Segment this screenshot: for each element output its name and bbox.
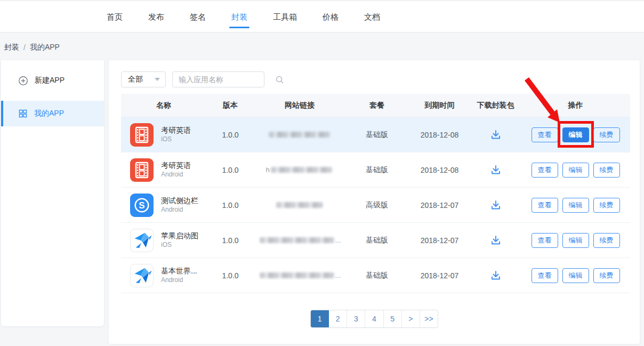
app-version: 1.0.0 bbox=[206, 131, 254, 139]
category-dropdown-value: 全部 bbox=[128, 75, 143, 84]
url-visible-suffix: ... bbox=[335, 271, 341, 279]
actions-cell: 查看编辑续费 bbox=[521, 127, 630, 142]
search-input[interactable] bbox=[179, 75, 275, 84]
sidebar-item-new-app[interactable]: 新建APP bbox=[1, 68, 104, 93]
download-cell bbox=[470, 199, 521, 212]
nav-item-0[interactable]: 首页 bbox=[107, 2, 123, 31]
category-dropdown[interactable]: 全部 bbox=[121, 71, 166, 87]
nav-item-6[interactable]: 文档 bbox=[364, 2, 380, 31]
action-button[interactable]: 续费 bbox=[593, 233, 620, 248]
action-button[interactable]: 续费 bbox=[593, 127, 620, 142]
download-icon[interactable] bbox=[489, 269, 502, 282]
app-name-cell: S 苹果启动图 iOS bbox=[121, 229, 206, 252]
download-icon[interactable] bbox=[489, 164, 502, 176]
column-header-5: 下载封装包 bbox=[470, 101, 521, 110]
action-button[interactable]: 查看 bbox=[532, 163, 558, 178]
app-name: 测试侧边栏 bbox=[161, 196, 198, 206]
app-version: 1.0.0 bbox=[206, 201, 254, 210]
table-body: S 考研英语 iOS 1.0.0 基础版 2018-12-08 bbox=[121, 117, 630, 293]
action-button[interactable]: 编辑 bbox=[562, 163, 589, 178]
app-name: 考研英语 bbox=[161, 126, 191, 135]
pagination-item-0[interactable]: 1 bbox=[311, 310, 329, 327]
download-cell bbox=[470, 234, 521, 247]
nav-item-5[interactable]: 价格 bbox=[323, 2, 339, 31]
app-plan: 基础版 bbox=[345, 130, 409, 140]
url-blur-bar bbox=[269, 132, 331, 138]
app-platform: iOS bbox=[161, 241, 198, 249]
toolbar: 全部 bbox=[121, 71, 640, 87]
table-row: S 测试侧边栏 Android 1.0.0 高级版 2018-12 bbox=[121, 188, 630, 223]
expire-date: 2018-12-08 bbox=[409, 166, 470, 174]
url-blur-bar bbox=[271, 167, 333, 173]
app-url-redacted: ... bbox=[254, 271, 345, 279]
app-name-cell: S 测试侧边栏 Android bbox=[121, 194, 206, 217]
app-platform: Android bbox=[161, 276, 197, 284]
expire-date: 2018-12-07 bbox=[409, 236, 470, 245]
breadcrumb: 封装 / 我的APP bbox=[4, 43, 60, 52]
sidebar-item-label: 我的APP bbox=[34, 109, 64, 118]
action-button[interactable]: 查看 bbox=[532, 233, 558, 248]
app-platform: Android bbox=[161, 171, 191, 179]
action-button[interactable]: 续费 bbox=[593, 163, 620, 178]
pagination-item-4[interactable]: 5 bbox=[384, 310, 402, 327]
app-plan: 高级版 bbox=[345, 200, 409, 210]
download-icon[interactable] bbox=[489, 234, 502, 247]
pagination-item-2[interactable]: 3 bbox=[347, 310, 365, 327]
pagination-item-1[interactable]: 2 bbox=[329, 310, 347, 327]
app-icon: S bbox=[130, 123, 154, 147]
plus-circle-icon bbox=[18, 76, 28, 86]
download-icon[interactable] bbox=[489, 199, 502, 212]
app-name: 考研英语 bbox=[161, 161, 191, 171]
action-button[interactable]: 查看 bbox=[532, 268, 558, 283]
breadcrumb-section[interactable]: 封装 bbox=[4, 43, 19, 52]
nav-item-1[interactable]: 发布 bbox=[148, 2, 164, 31]
chevron-down-icon bbox=[155, 78, 160, 81]
main-panel: 全部 名称版本网站链接套餐到期时间下载封装包操作 bbox=[109, 60, 640, 344]
column-header-4: 到期时间 bbox=[409, 101, 470, 110]
column-header-3: 套餐 bbox=[345, 101, 409, 110]
action-button[interactable]: 编辑 bbox=[562, 268, 589, 283]
download-cell bbox=[470, 128, 521, 141]
app-icon: S bbox=[130, 194, 154, 217]
nav-item-4[interactable]: 工具箱 bbox=[273, 2, 297, 31]
app-version: 1.0.0 bbox=[206, 271, 254, 280]
download-cell bbox=[470, 164, 521, 176]
pagination: 12345>>> bbox=[310, 310, 438, 328]
actions-cell: 查看编辑续费 bbox=[521, 233, 630, 248]
action-button[interactable]: 续费 bbox=[593, 198, 620, 213]
nav-item-2[interactable]: 签名 bbox=[190, 2, 206, 31]
sidebar-item-my-app[interactable]: 我的APP bbox=[1, 101, 104, 126]
url-blur-bar bbox=[260, 272, 334, 278]
app-name-cell: S 考研英语 Android bbox=[121, 158, 206, 182]
column-header-0: 名称 bbox=[121, 101, 206, 110]
sidebar-item-label: 新建APP bbox=[35, 76, 65, 85]
search-icon[interactable] bbox=[275, 75, 284, 84]
table-header: 名称版本网站链接套餐到期时间下载封装包操作 bbox=[121, 94, 630, 117]
nav-item-3[interactable]: 封装 bbox=[231, 2, 247, 31]
search-box bbox=[172, 71, 264, 87]
action-button[interactable]: 编辑 bbox=[562, 233, 589, 248]
action-button[interactable]: 查看 bbox=[532, 198, 558, 213]
pagination-item-6[interactable]: >> bbox=[420, 310, 438, 327]
expire-date: 2018-12-08 bbox=[409, 131, 470, 139]
app-plan: 基础版 bbox=[345, 236, 409, 245]
breadcrumb-separator: / bbox=[23, 43, 26, 52]
column-header-1: 版本 bbox=[206, 101, 254, 110]
app-icon: S bbox=[130, 264, 154, 287]
actions-cell: 查看编辑续费 bbox=[521, 198, 630, 213]
download-icon[interactable] bbox=[489, 128, 502, 141]
pagination-item-3[interactable]: 4 bbox=[365, 310, 383, 327]
url-visible-prefix: h bbox=[265, 166, 269, 174]
pagination-item-5[interactable]: > bbox=[402, 310, 420, 327]
action-button[interactable]: 续费 bbox=[593, 268, 620, 283]
app-platform: Android bbox=[161, 206, 198, 214]
app-name-cell: S 基本世界... Android bbox=[121, 264, 206, 287]
expire-date: 2018-12-07 bbox=[409, 201, 470, 210]
breadcrumb-current: 我的APP bbox=[30, 43, 60, 52]
action-button[interactable]: 查看 bbox=[532, 127, 558, 142]
action-button[interactable]: 编辑 bbox=[562, 198, 589, 213]
download-cell bbox=[470, 269, 521, 282]
app-name-cell: S 考研英语 iOS bbox=[121, 123, 206, 147]
action-button[interactable]: 编辑 bbox=[562, 127, 589, 142]
app-version: 1.0.0 bbox=[206, 166, 254, 174]
